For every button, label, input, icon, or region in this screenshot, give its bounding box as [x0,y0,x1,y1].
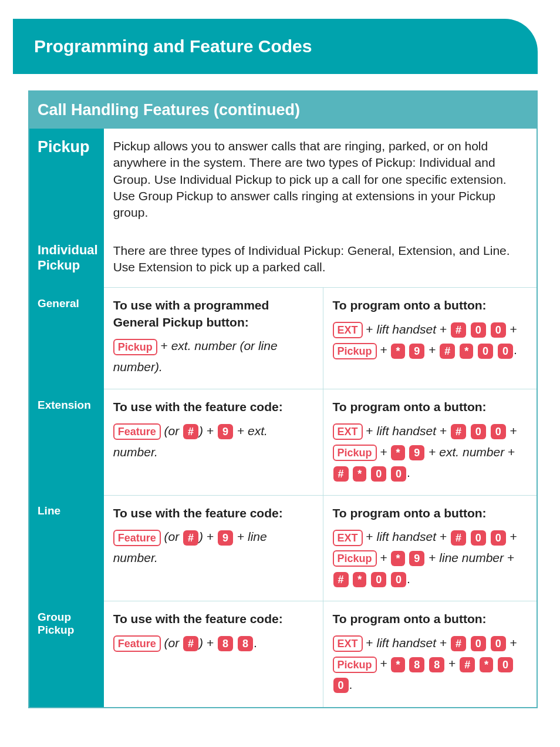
lift-handset: lift handset [376,322,436,336]
key-zero: 0 [471,424,486,439]
lead-program: To program onto a button: [333,400,487,413]
seq-group-use: Feature (or #) + 8 8. [113,632,313,654]
label-individual: Individual Pickup [29,233,104,288]
var-line-number-plus: line number [439,551,504,564]
or-text: (or [164,530,180,543]
lift-handset: lift handset [376,530,436,543]
lead-feature: To use with the feature code: [113,506,283,520]
key-nine: 9 [409,344,424,359]
label-general: General [29,288,104,389]
key-zero: 0 [491,424,506,439]
group-use: To use with the feature code: Feature (o… [104,601,323,707]
key-zero: 0 [471,530,486,546]
key-hash: # [451,322,466,338]
lift-handset: lift handset [376,424,436,438]
key-hash: # [183,530,198,546]
key-feature: Feature [113,635,161,652]
lead-program: To program onto a button: [333,298,487,312]
key-zero: 0 [491,636,506,651]
key-star: * [391,657,404,672]
label-line: Line [29,495,104,601]
lift-handset: lift handset [376,636,436,650]
key-nine: 9 [409,445,424,460]
key-pickup: Pickup [333,657,377,673]
key-zero: 0 [491,530,506,546]
key-zero: 0 [391,466,406,482]
seq-extension-program: EXT + lift handset + # 0 0 + Pickup + * … [333,420,528,483]
key-ext: EXT [333,423,363,440]
key-zero: 0 [333,678,349,693]
key-nine: 9 [409,551,424,566]
seq-general-use: Pickup + ext. number (or line number). [113,335,313,377]
seq-line-program: EXT + lift handset + # 0 0 + Pickup + * … [333,526,528,589]
key-nine: 9 [218,530,233,546]
key-star: * [353,466,366,482]
extension-program: To program onto a button: EXT + lift han… [323,389,537,495]
key-hash: # [440,344,455,359]
key-zero: 0 [371,572,386,587]
var-ext-number-plus: ext. number [439,445,504,459]
key-eight: 8 [238,636,253,651]
section-heading: Call Handling Features (continued) [29,92,537,129]
key-zero: 0 [471,636,486,651]
key-hash: # [333,466,349,482]
seq-general-program: EXT + lift handset + # 0 0 + Pickup + * … [333,319,528,361]
key-star: * [391,551,404,566]
key-ext: EXT [333,322,363,338]
key-zero: 0 [478,344,493,359]
label-pickup: Pickup [29,129,104,233]
lead-program: To program onto a button: [333,506,487,520]
general-program: To program onto a button: EXT + lift han… [323,288,537,389]
label-group: Group Pickup [29,601,104,707]
label-extension: Extension [29,389,104,495]
general-use: To use with a programmed General Pickup … [104,288,323,389]
key-zero: 0 [391,572,406,587]
key-eight: 8 [409,657,424,672]
key-ext: EXT [333,635,363,652]
key-star: * [480,657,493,672]
key-star: * [353,572,366,587]
line-program: To program onto a button: EXT + lift han… [323,495,537,601]
key-eight: 8 [218,636,233,651]
key-zero: 0 [498,344,513,359]
key-hash: # [460,657,475,672]
or-text: (or [164,636,180,650]
key-hash: # [183,636,198,651]
key-zero: 0 [371,466,386,482]
key-zero: 0 [498,657,513,672]
section-panel: Call Handling Features (continued) Picku… [28,90,538,708]
key-zero: 0 [471,322,486,338]
seq-group-program: EXT + lift handset + # 0 0 + Pickup + * … [333,632,528,695]
key-hash: # [333,572,349,587]
key-pickup: Pickup [333,550,377,567]
key-hash: # [451,636,466,651]
key-hash: # [451,530,466,546]
extension-use: To use with the feature code: Feature (o… [104,389,323,495]
feature-table: Pickup Pickup allows you to answer calls… [29,129,537,707]
lead-program: To program onto a button: [333,612,487,625]
or-text: (or [164,424,180,438]
key-star: * [391,344,404,359]
desc-pickup: Pickup allows you to answer calls that a… [104,129,537,233]
page-title: Programming and Feature Codes [13,19,538,74]
lead-feature: To use with the feature code: [113,612,283,625]
key-star: * [460,344,473,359]
lead-programmed: To use with a programmed General Pickup … [113,298,269,328]
lead-feature: To use with the feature code: [113,400,283,413]
key-pickup: Pickup [113,339,157,355]
line-use: To use with the feature code: Feature (o… [104,495,323,601]
group-program: To program onto a button: EXT + lift han… [323,601,537,707]
key-hash: # [451,424,466,439]
key-nine: 9 [218,424,233,439]
page: Programming and Feature Codes Call Handl… [0,0,560,732]
seq-line-use: Feature (or #) + 9 + line number. [113,526,313,568]
key-eight: 8 [429,657,444,672]
key-ext: EXT [333,530,363,546]
key-feature: Feature [113,530,161,546]
desc-individual: There are three types of Individual Pick… [104,233,537,288]
seq-extension-use: Feature (or #) + 9 + ext. number. [113,420,313,462]
key-zero: 0 [491,322,506,338]
key-hash: # [183,424,198,439]
key-pickup: Pickup [333,343,377,359]
key-pickup: Pickup [333,445,377,461]
